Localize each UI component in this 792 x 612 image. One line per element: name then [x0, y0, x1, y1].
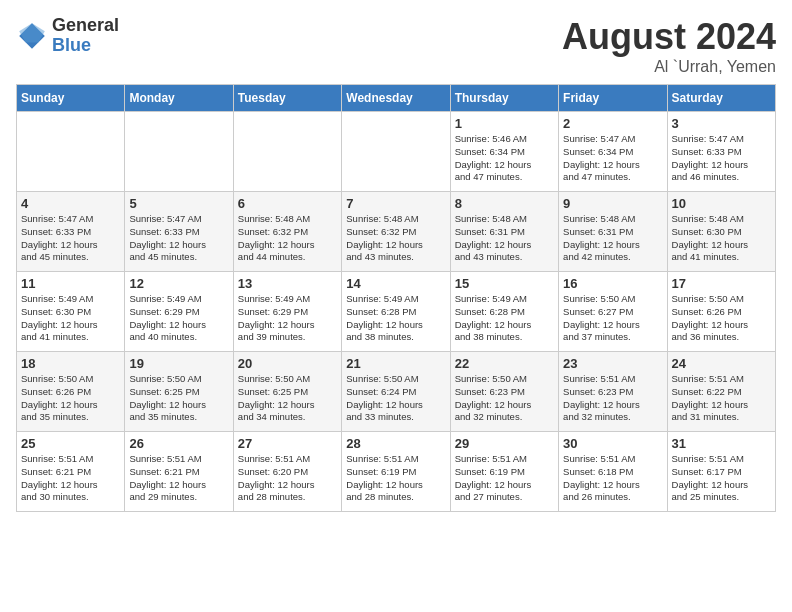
day-number: 18	[21, 356, 120, 371]
calendar-cell: 3Sunrise: 5:47 AM Sunset: 6:33 PM Daylig…	[667, 112, 775, 192]
day-number: 4	[21, 196, 120, 211]
day-number: 27	[238, 436, 337, 451]
day-info: Sunrise: 5:48 AM Sunset: 6:30 PM Dayligh…	[672, 213, 771, 264]
calendar-body: 1Sunrise: 5:46 AM Sunset: 6:34 PM Daylig…	[17, 112, 776, 512]
day-info: Sunrise: 5:47 AM Sunset: 6:33 PM Dayligh…	[21, 213, 120, 264]
calendar-cell: 16Sunrise: 5:50 AM Sunset: 6:27 PM Dayli…	[559, 272, 667, 352]
day-number: 11	[21, 276, 120, 291]
calendar-cell: 12Sunrise: 5:49 AM Sunset: 6:29 PM Dayli…	[125, 272, 233, 352]
calendar-cell	[17, 112, 125, 192]
calendar-cell: 21Sunrise: 5:50 AM Sunset: 6:24 PM Dayli…	[342, 352, 450, 432]
calendar-cell: 19Sunrise: 5:50 AM Sunset: 6:25 PM Dayli…	[125, 352, 233, 432]
page-header: General Blue August 2024 Al `Urrah, Yeme…	[16, 16, 776, 76]
day-info: Sunrise: 5:49 AM Sunset: 6:28 PM Dayligh…	[346, 293, 445, 344]
day-info: Sunrise: 5:51 AM Sunset: 6:18 PM Dayligh…	[563, 453, 662, 504]
calendar-cell	[125, 112, 233, 192]
logo-general-text: General	[52, 16, 119, 36]
calendar-cell: 15Sunrise: 5:49 AM Sunset: 6:28 PM Dayli…	[450, 272, 558, 352]
day-info: Sunrise: 5:50 AM Sunset: 6:23 PM Dayligh…	[455, 373, 554, 424]
day-info: Sunrise: 5:49 AM Sunset: 6:28 PM Dayligh…	[455, 293, 554, 344]
day-number: 23	[563, 356, 662, 371]
day-info: Sunrise: 5:48 AM Sunset: 6:31 PM Dayligh…	[563, 213, 662, 264]
day-number: 3	[672, 116, 771, 131]
calendar-cell: 6Sunrise: 5:48 AM Sunset: 6:32 PM Daylig…	[233, 192, 341, 272]
week-row-5: 25Sunrise: 5:51 AM Sunset: 6:21 PM Dayli…	[17, 432, 776, 512]
day-info: Sunrise: 5:50 AM Sunset: 6:27 PM Dayligh…	[563, 293, 662, 344]
day-info: Sunrise: 5:51 AM Sunset: 6:19 PM Dayligh…	[455, 453, 554, 504]
day-info: Sunrise: 5:48 AM Sunset: 6:32 PM Dayligh…	[346, 213, 445, 264]
header-saturday: Saturday	[667, 85, 775, 112]
day-number: 8	[455, 196, 554, 211]
header-thursday: Thursday	[450, 85, 558, 112]
day-info: Sunrise: 5:50 AM Sunset: 6:26 PM Dayligh…	[21, 373, 120, 424]
day-number: 9	[563, 196, 662, 211]
calendar-cell: 25Sunrise: 5:51 AM Sunset: 6:21 PM Dayli…	[17, 432, 125, 512]
day-info: Sunrise: 5:50 AM Sunset: 6:25 PM Dayligh…	[238, 373, 337, 424]
calendar-cell: 27Sunrise: 5:51 AM Sunset: 6:20 PM Dayli…	[233, 432, 341, 512]
location-title: Al `Urrah, Yemen	[562, 58, 776, 76]
day-info: Sunrise: 5:51 AM Sunset: 6:21 PM Dayligh…	[21, 453, 120, 504]
week-row-1: 1Sunrise: 5:46 AM Sunset: 6:34 PM Daylig…	[17, 112, 776, 192]
calendar-cell	[342, 112, 450, 192]
calendar-cell: 10Sunrise: 5:48 AM Sunset: 6:30 PM Dayli…	[667, 192, 775, 272]
calendar-cell: 20Sunrise: 5:50 AM Sunset: 6:25 PM Dayli…	[233, 352, 341, 432]
day-number: 28	[346, 436, 445, 451]
logo-blue-text: Blue	[52, 36, 119, 56]
header-tuesday: Tuesday	[233, 85, 341, 112]
calendar-cell: 22Sunrise: 5:50 AM Sunset: 6:23 PM Dayli…	[450, 352, 558, 432]
header-monday: Monday	[125, 85, 233, 112]
week-row-3: 11Sunrise: 5:49 AM Sunset: 6:30 PM Dayli…	[17, 272, 776, 352]
day-number: 29	[455, 436, 554, 451]
day-info: Sunrise: 5:51 AM Sunset: 6:20 PM Dayligh…	[238, 453, 337, 504]
day-number: 7	[346, 196, 445, 211]
calendar-cell: 9Sunrise: 5:48 AM Sunset: 6:31 PM Daylig…	[559, 192, 667, 272]
day-number: 19	[129, 356, 228, 371]
header-wednesday: Wednesday	[342, 85, 450, 112]
calendar-cell	[233, 112, 341, 192]
day-number: 17	[672, 276, 771, 291]
logo: General Blue	[16, 16, 119, 56]
day-number: 1	[455, 116, 554, 131]
day-info: Sunrise: 5:51 AM Sunset: 6:19 PM Dayligh…	[346, 453, 445, 504]
header-friday: Friday	[559, 85, 667, 112]
day-info: Sunrise: 5:50 AM Sunset: 6:26 PM Dayligh…	[672, 293, 771, 344]
calendar-cell: 28Sunrise: 5:51 AM Sunset: 6:19 PM Dayli…	[342, 432, 450, 512]
day-number: 21	[346, 356, 445, 371]
day-info: Sunrise: 5:49 AM Sunset: 6:29 PM Dayligh…	[129, 293, 228, 344]
title-block: August 2024 Al `Urrah, Yemen	[562, 16, 776, 76]
day-info: Sunrise: 5:49 AM Sunset: 6:29 PM Dayligh…	[238, 293, 337, 344]
calendar-cell: 31Sunrise: 5:51 AM Sunset: 6:17 PM Dayli…	[667, 432, 775, 512]
calendar-cell: 13Sunrise: 5:49 AM Sunset: 6:29 PM Dayli…	[233, 272, 341, 352]
calendar-cell: 5Sunrise: 5:47 AM Sunset: 6:33 PM Daylig…	[125, 192, 233, 272]
day-info: Sunrise: 5:51 AM Sunset: 6:22 PM Dayligh…	[672, 373, 771, 424]
calendar-cell: 24Sunrise: 5:51 AM Sunset: 6:22 PM Dayli…	[667, 352, 775, 432]
logo-text: General Blue	[52, 16, 119, 56]
calendar-cell: 18Sunrise: 5:50 AM Sunset: 6:26 PM Dayli…	[17, 352, 125, 432]
day-number: 16	[563, 276, 662, 291]
calendar-cell: 30Sunrise: 5:51 AM Sunset: 6:18 PM Dayli…	[559, 432, 667, 512]
month-title: August 2024	[562, 16, 776, 58]
day-number: 20	[238, 356, 337, 371]
day-info: Sunrise: 5:51 AM Sunset: 6:23 PM Dayligh…	[563, 373, 662, 424]
calendar-cell: 8Sunrise: 5:48 AM Sunset: 6:31 PM Daylig…	[450, 192, 558, 272]
day-number: 2	[563, 116, 662, 131]
day-info: Sunrise: 5:47 AM Sunset: 6:34 PM Dayligh…	[563, 133, 662, 184]
week-row-4: 18Sunrise: 5:50 AM Sunset: 6:26 PM Dayli…	[17, 352, 776, 432]
day-number: 25	[21, 436, 120, 451]
calendar-cell: 14Sunrise: 5:49 AM Sunset: 6:28 PM Dayli…	[342, 272, 450, 352]
calendar-cell: 17Sunrise: 5:50 AM Sunset: 6:26 PM Dayli…	[667, 272, 775, 352]
day-number: 22	[455, 356, 554, 371]
day-info: Sunrise: 5:48 AM Sunset: 6:32 PM Dayligh…	[238, 213, 337, 264]
day-number: 13	[238, 276, 337, 291]
calendar-cell: 1Sunrise: 5:46 AM Sunset: 6:34 PM Daylig…	[450, 112, 558, 192]
calendar-cell: 26Sunrise: 5:51 AM Sunset: 6:21 PM Dayli…	[125, 432, 233, 512]
day-info: Sunrise: 5:48 AM Sunset: 6:31 PM Dayligh…	[455, 213, 554, 264]
day-number: 12	[129, 276, 228, 291]
day-info: Sunrise: 5:50 AM Sunset: 6:25 PM Dayligh…	[129, 373, 228, 424]
week-row-2: 4Sunrise: 5:47 AM Sunset: 6:33 PM Daylig…	[17, 192, 776, 272]
calendar-cell: 4Sunrise: 5:47 AM Sunset: 6:33 PM Daylig…	[17, 192, 125, 272]
day-info: Sunrise: 5:49 AM Sunset: 6:30 PM Dayligh…	[21, 293, 120, 344]
day-info: Sunrise: 5:50 AM Sunset: 6:24 PM Dayligh…	[346, 373, 445, 424]
logo-icon	[16, 20, 48, 52]
day-number: 10	[672, 196, 771, 211]
